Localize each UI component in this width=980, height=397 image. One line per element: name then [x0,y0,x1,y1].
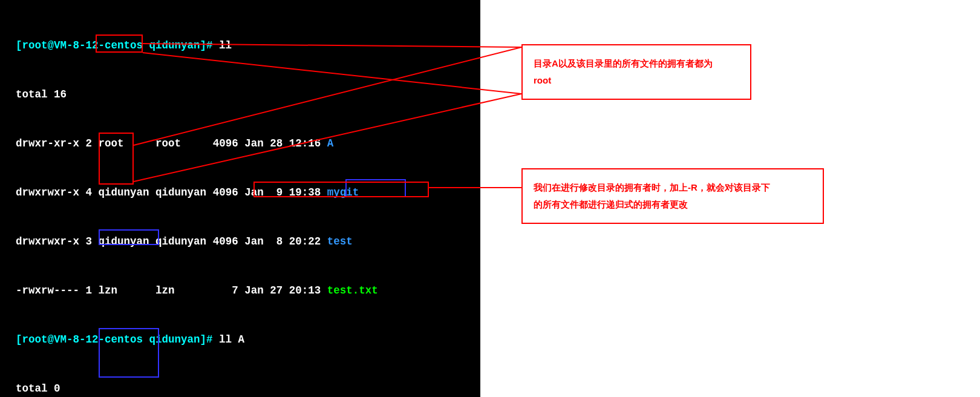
annotation-box: 目录A以及该目录里的所有文件的拥有者都为 root [521,44,751,100]
prompt-line: [root@VM-8-12-centos qidunyan]# ll A [0,332,480,348]
annotation-text: 我们在进行修改目录的拥有者时，加上-R，就会对该目录下 [534,182,770,192]
output-total: total 0 [0,381,480,397]
prompt-line: [root@VM-8-12-centos qidunyan]# ll [0,38,480,54]
annotation-text: root [534,75,551,85]
terminal-window[interactable]: [root@VM-8-12-centos qidunyan]# ll total… [0,0,480,397]
ls-row: drwxrwxr-x 3 qidunyan qidunyan 4096 Jan … [0,234,480,250]
annotation-text: 目录A以及该目录里的所有文件的拥有者都为 [534,58,713,68]
output-total: total 16 [0,87,480,103]
ls-row: drwxrwxr-x 4 qidunyan qidunyan 4096 Jan … [0,185,480,201]
ls-row: -rwxrw---- 1 lzn lzn 7 Jan 27 20:13 test… [0,283,480,299]
annotation-text: 的所有文件都进行递归式的拥有者更改 [534,199,688,209]
ls-row: drwxr-xr-x 2 root root 4096 Jan 28 12:16… [0,136,480,152]
annotation-box: 我们在进行修改目录的拥有者时，加上-R，就会对该目录下 的所有文件都进行递归式的… [521,168,824,224]
